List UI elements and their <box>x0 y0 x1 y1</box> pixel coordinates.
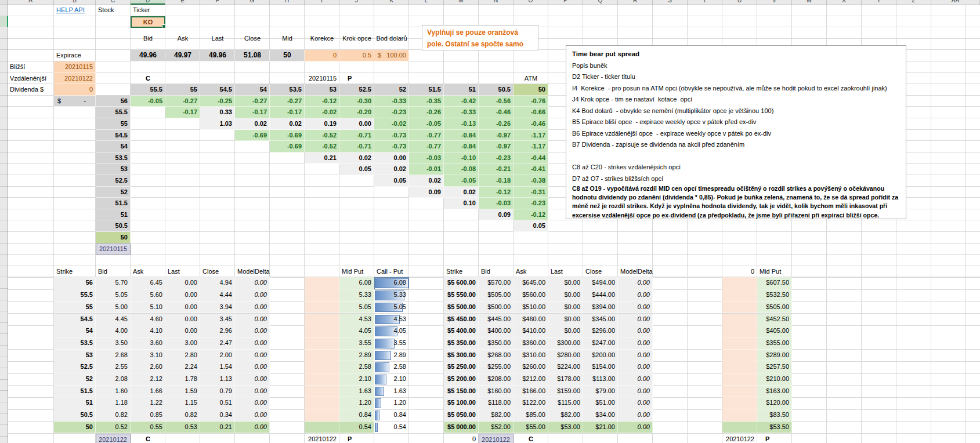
matrix-spread-cell[interactable]: -0.18 <box>479 175 513 187</box>
br-header-zero[interactable]: 0 <box>722 266 757 278</box>
matrix-spread-cell[interactable]: -0.17 <box>270 107 305 118</box>
bl-mid-put[interactable]: 6.08 <box>339 277 374 289</box>
matrix-row-strike[interactable]: 56 <box>96 96 131 107</box>
price-value-cell[interactable]: 49.96 <box>131 50 165 61</box>
bl-bid[interactable]: 2.55 <box>96 361 131 373</box>
br-bid[interactable]: $160.00 <box>479 386 513 398</box>
bl-call-put-bar-cell[interactable]: 2.10 <box>374 373 409 386</box>
bl-bid[interactable]: 5.05 <box>96 289 131 302</box>
column-header-X[interactable]: X <box>827 0 862 5</box>
bl-header-ask[interactable]: Ask <box>131 266 165 278</box>
br-mid-put[interactable]: $607.50 <box>757 277 792 289</box>
matrix-spread-cell[interactable]: -0.17 <box>165 107 200 118</box>
bl-strike[interactable]: 51.5 <box>54 386 96 398</box>
footer-far-expiry-date[interactable]: 20210122 <box>722 434 757 443</box>
matrix-spread-cell[interactable]: -0.20 <box>339 107 374 118</box>
bl-close[interactable]: 2.47 <box>200 337 235 350</box>
bl-last[interactable]: 0.82 <box>165 409 200 422</box>
br-close[interactable]: $444.00 <box>583 289 618 302</box>
br-strike[interactable]: $5 150.00 <box>444 386 479 398</box>
bl-strike[interactable]: 55.5 <box>54 289 96 302</box>
footer-call-label[interactable]: C <box>131 434 165 443</box>
bl-last[interactable]: 0.00 <box>165 289 200 302</box>
bl-call-put-bar-cell[interactable]: 0.54 <box>374 422 409 434</box>
br-last[interactable]: $0.00 <box>548 302 583 314</box>
price-value-cell[interactable]: 51.08 <box>235 50 270 61</box>
param-input-cell[interactable]: 20210115 <box>54 61 96 73</box>
br-close[interactable]: $394.00 <box>583 302 618 314</box>
matrix-spread-cell[interactable]: -0.13 <box>444 118 479 130</box>
param-input-cell[interactable]: 0 <box>54 84 96 96</box>
bl-bid[interactable]: 0.52 <box>96 422 131 434</box>
bl-last[interactable]: 1.15 <box>165 397 200 409</box>
column-header-B[interactable]: B <box>54 0 96 5</box>
column-header-O[interactable]: O <box>513 0 548 5</box>
matrix-col-strike[interactable]: 50 <box>513 84 548 96</box>
matrix-spread-cell[interactable]: -0.73 <box>374 130 409 141</box>
footer-put-label[interactable]: P <box>339 434 374 443</box>
bl-bid[interactable]: 4.00 <box>96 325 131 337</box>
bl-close[interactable]: 0.21 <box>200 422 235 434</box>
matrix-col-strike[interactable]: 54 <box>235 84 270 96</box>
br-mid-put[interactable]: $120.00 <box>757 397 792 409</box>
matrix-spread-cell[interactable]: 0.05 <box>513 220 548 232</box>
matrix-row-strike[interactable]: 50.5 <box>96 220 131 232</box>
matrix-spread-cell[interactable]: -0.46 <box>513 118 548 130</box>
matrix-row-strike[interactable]: 53.5 <box>96 152 131 164</box>
bl-ask[interactable]: 5.10 <box>131 302 165 314</box>
br-strike[interactable]: $5 000.00 <box>444 422 479 434</box>
br-orange-cell[interactable] <box>722 361 757 373</box>
matrix-col-strike[interactable]: 52.5 <box>339 84 374 96</box>
matrix-spread-cell[interactable]: 0.00 <box>339 118 374 130</box>
matrix-spread-cell[interactable]: -0.27 <box>270 96 305 107</box>
bl-call-put-bar-cell[interactable]: 5.05 <box>374 302 409 314</box>
bl-mid-put[interactable]: 1.20 <box>339 397 374 409</box>
bl-orange-cell[interactable] <box>305 314 339 326</box>
br-mid-put[interactable]: $53.50 <box>757 422 792 434</box>
dollar-cell[interactable]: $- <box>54 96 96 107</box>
br-bid[interactable]: $570.00 <box>479 277 513 289</box>
matrix-spread-cell[interactable]: 0.02 <box>409 175 444 187</box>
br-ask[interactable]: $510.00 <box>513 302 548 314</box>
column-header-T[interactable]: T <box>688 0 722 5</box>
price-header-korekce[interactable]: Korekce <box>305 27 339 50</box>
column-header-strip[interactable]: ABCDEFGHIJKLMNOPQRSTUVWXYZAA <box>8 0 980 5</box>
br-modeldelta[interactable]: 0.00 <box>618 386 653 398</box>
bl-strike[interactable]: 55 <box>54 302 96 314</box>
br-modeldelta[interactable]: 0.00 <box>618 325 653 337</box>
matrix-spread-cell[interactable]: -0.23 <box>479 152 513 164</box>
column-header-M[interactable]: M <box>444 0 479 5</box>
footer-far-expiry-date[interactable]: 20210122 <box>96 434 131 443</box>
price-value-cell[interactable]: 49.96 <box>200 50 235 61</box>
bl-mid-put[interactable]: 2.89 <box>339 350 374 362</box>
br-modeldelta[interactable]: 0.00 <box>618 289 653 302</box>
bl-bid[interactable]: 2.68 <box>96 350 131 362</box>
matrix-col-strike[interactable]: 53.5 <box>270 84 305 96</box>
matrix-row-strike[interactable]: 55 <box>96 118 131 130</box>
br-orange-cell[interactable] <box>722 373 757 386</box>
matrix-spread-cell[interactable]: 0.21 <box>305 152 339 164</box>
bl-orange-cell[interactable] <box>305 325 339 337</box>
bl-modeldelta[interactable]: 0.00 <box>235 277 270 289</box>
br-last[interactable]: $224.00 <box>548 361 583 373</box>
row-header-strip[interactable] <box>0 5 8 443</box>
bl-orange-cell[interactable] <box>305 422 339 434</box>
bl-mid-put[interactable]: 0.54 <box>339 422 374 434</box>
br-mid-put[interactable]: $405.00 <box>757 325 792 337</box>
bl-strike[interactable]: 50 <box>54 422 96 434</box>
br-strike[interactable]: $5 550.00 <box>444 289 479 302</box>
br-strike[interactable]: $5 300.00 <box>444 350 479 362</box>
br-orange-cell[interactable] <box>722 289 757 302</box>
br-mid-put[interactable]: $289.00 <box>757 350 792 362</box>
matrix-row-strike[interactable]: 54 <box>96 141 131 152</box>
bl-orange-cell[interactable] <box>305 409 339 422</box>
br-orange-cell[interactable] <box>722 302 757 314</box>
br-orange-cell[interactable] <box>722 386 757 398</box>
br-header-bid[interactable]: Bid <box>479 266 513 278</box>
bl-bid[interactable]: 5.70 <box>96 277 131 289</box>
bl-bid[interactable]: 3.50 <box>96 337 131 350</box>
br-ask[interactable]: $260.00 <box>513 361 548 373</box>
br-close[interactable]: $51.00 <box>583 397 618 409</box>
bl-mid-put[interactable]: 0.84 <box>339 409 374 422</box>
bl-last[interactable]: 3.00 <box>165 337 200 350</box>
